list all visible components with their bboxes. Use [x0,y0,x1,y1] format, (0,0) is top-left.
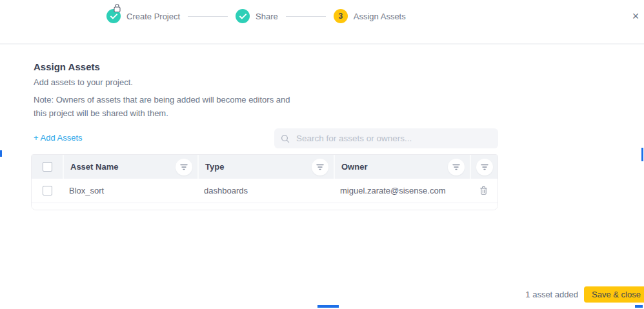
delete-asset-button[interactable] [478,184,489,197]
cell-owner: miguel.zarate@sisense.com [334,179,470,203]
step-number-badge: 3 [334,9,348,23]
select-all-checkbox[interactable] [43,162,52,172]
step-connector [286,16,326,17]
header-divider [0,43,644,45]
selection-artifact [635,305,643,308]
step-label: Share [256,12,278,21]
selection-artifact [0,150,2,157]
page-title: Assign Assets [34,61,100,72]
check-icon [236,9,250,23]
asset-type-text: dashboards [204,186,248,195]
table-row: Blox_sort dashboards miguel.zarate@sisen… [32,179,498,203]
row-checkbox[interactable] [43,186,52,195]
step-assign-assets: 3 Assign Assets [334,9,406,23]
header-type: Type [197,155,334,179]
save-close-button[interactable]: Save & close [584,286,644,303]
close-icon[interactable]: × [629,10,642,23]
page-note: Note: Owners of assets that are being ad… [34,94,298,121]
cell-type: dashboards [197,179,334,203]
assets-table: Asset Name Type Owner Blox [31,154,498,210]
row-checkbox-cell [32,179,63,203]
filter-icon[interactable] [176,159,192,175]
filter-icon[interactable] [448,159,465,175]
step-create-project-indicator [106,9,121,23]
table-header-row: Asset Name Type Owner [32,155,498,179]
step-label: Create Project [126,12,180,21]
search-input[interactable] [295,133,492,144]
step-share: Share [236,9,278,23]
lock-icon [113,3,121,13]
asset-owner-text: miguel.zarate@sisense.com [340,186,445,195]
add-assets-link[interactable]: + Add Assets [34,133,83,143]
cell-action [470,179,498,203]
filter-icon[interactable] [312,159,328,175]
search-icon [281,134,290,143]
page-subtitle: Add assets to your project. [34,77,133,87]
step-connector [188,16,228,17]
column-label: Asset Name [70,162,176,172]
header-checkbox-cell [32,155,63,179]
header-owner: Owner [334,155,470,179]
cell-asset-name: Blox_sort [63,179,197,203]
step-label: Assign Assets [354,12,406,21]
column-label: Type [205,162,312,172]
header-asset-name: Asset Name [63,155,197,179]
selection-artifact [641,148,643,161]
step-create-project: Create Project [106,9,180,23]
trash-icon [479,186,488,195]
header-action-cell [470,155,498,179]
column-label: Owner [341,162,448,172]
asset-count-status: 1 asset added [525,290,578,299]
asset-name-text: Blox_sort [69,186,104,195]
filter-icon[interactable] [476,159,493,175]
selection-artifact [317,305,339,308]
wizard-stepper: Create Project Share 3 Assign Assets [106,9,406,23]
table-footer-strip [32,203,498,210]
search-bar [274,128,498,148]
